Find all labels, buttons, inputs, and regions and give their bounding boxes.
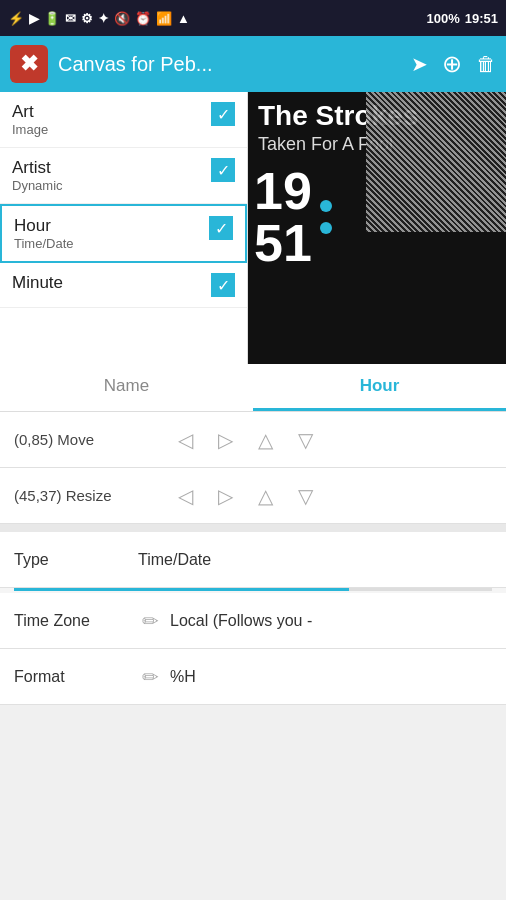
artist-title: Artist	[12, 158, 211, 178]
battery-percent: 100%	[427, 11, 460, 26]
timezone-label: Time Zone	[14, 612, 134, 630]
minute-checkbox[interactable]: ✓	[211, 273, 235, 297]
resize-up-button[interactable]: △	[249, 480, 281, 512]
resize-down-button[interactable]: ▽	[289, 480, 321, 512]
separator	[0, 524, 506, 532]
move-up-button[interactable]: △	[249, 424, 281, 456]
tabs-bar: Name Hour	[0, 364, 506, 412]
checklist-item-minute-text: Minute	[12, 273, 211, 293]
artist-subtitle: Dynamic	[12, 178, 211, 193]
resize-right-button[interactable]: ▷	[209, 480, 241, 512]
checklist-item-hour-text: Hour Time/Date	[14, 216, 209, 251]
wifi-icon: 📶	[156, 11, 172, 26]
add-circle-icon[interactable]: ⊕	[442, 50, 462, 78]
property-timezone-row: Time Zone ✏ Local (Follows you -	[0, 593, 506, 649]
artist-checkbox[interactable]: ✓	[211, 158, 235, 182]
battery-icon: 🔋	[44, 11, 60, 26]
resize-label: (45,37) Resize	[14, 487, 169, 504]
properties-panel: (0,85) Move ◁ ▷ △ ▽ (45,37) Resize ◁ ▷ △…	[0, 412, 506, 705]
move-right-button[interactable]: ▷	[209, 424, 241, 456]
format-value: %H	[166, 668, 492, 686]
checklist-item-artist-text: Artist Dynamic	[12, 158, 211, 193]
checklist-item-artist[interactable]: Artist Dynamic ✓	[0, 148, 247, 204]
tab-name[interactable]: Name	[0, 364, 253, 411]
timezone-value: Local (Follows you -	[166, 612, 492, 630]
status-left-icons: ⚡ ▶ 🔋 ✉ ⚙ ✦ 🔇 ⏰ 📶 ▲	[8, 11, 190, 26]
hour-checkbox[interactable]: ✓	[209, 216, 233, 240]
format-label: Format	[14, 668, 134, 686]
preview-dot-lower	[320, 222, 332, 234]
property-format-row: Format ✏ %H	[0, 649, 506, 705]
hour-title: Hour	[14, 216, 209, 236]
status-bar: ⚡ ▶ 🔋 ✉ ⚙ ✦ 🔇 ⏰ 📶 ▲ 100% 19:51	[0, 0, 506, 36]
checklist-item-art[interactable]: Art Image ✓	[0, 92, 247, 148]
move-left-button[interactable]: ◁	[169, 424, 201, 456]
resize-row: (45,37) Resize ◁ ▷ △ ▽	[0, 468, 506, 524]
checklist-item-hour[interactable]: Hour Time/Date ✓	[0, 204, 247, 263]
minute-title: Minute	[12, 273, 211, 293]
art-subtitle: Image	[12, 122, 211, 137]
type-select-bar	[14, 588, 492, 591]
gmail-icon: ✉	[65, 11, 76, 26]
checklist-item-art-text: Art Image	[12, 102, 211, 137]
album-art	[366, 92, 506, 232]
main-content: Art Image ✓ Artist Dynamic ✓ Hour Time/D…	[0, 92, 506, 364]
hour-subtitle: Time/Date	[14, 236, 209, 251]
art-checkbox[interactable]: ✓	[211, 102, 235, 126]
left-panel: Art Image ✓ Artist Dynamic ✓ Hour Time/D…	[0, 92, 248, 364]
mute-icon: 🔇	[114, 11, 130, 26]
delete-icon[interactable]: 🗑	[476, 53, 496, 76]
art-title: Art	[12, 102, 211, 122]
play-icon: ▶	[29, 11, 39, 26]
property-type-row: Type Time/Date	[0, 532, 506, 588]
status-right: 100% 19:51	[427, 11, 499, 26]
status-time: 19:51	[465, 11, 498, 26]
resize-left-button[interactable]: ◁	[169, 480, 201, 512]
app-bar-actions: ➤ ⊕ 🗑	[411, 50, 496, 78]
timezone-edit-icon[interactable]: ✏	[134, 605, 166, 637]
preview-minute: 51	[254, 217, 312, 269]
preview-dot-upper	[320, 200, 332, 212]
alarm-icon: ⏰	[135, 11, 151, 26]
fingerprint-icon: ⚙	[81, 11, 93, 26]
tab-hour[interactable]: Hour	[253, 364, 506, 411]
checklist-item-minute[interactable]: Minute ✓	[0, 263, 247, 308]
move-arrows: ◁ ▷ △ ▽	[169, 424, 321, 456]
preview-dots	[320, 200, 332, 234]
type-value: Time/Date	[134, 551, 492, 569]
move-label: (0,85) Move	[14, 431, 169, 448]
send-icon[interactable]: ➤	[411, 52, 428, 76]
type-label: Type	[14, 551, 134, 569]
bluetooth-icon: ✦	[98, 11, 109, 26]
resize-arrows: ◁ ▷ △ ▽	[169, 480, 321, 512]
move-row: (0,85) Move ◁ ▷ △ ▽	[0, 412, 506, 468]
format-edit-icon[interactable]: ✏	[134, 661, 166, 693]
preview-panel: The Strokes Taken For A Fool 19 51	[248, 92, 506, 364]
app-icon: ✖	[10, 45, 48, 83]
usb-icon: ⚡	[8, 11, 24, 26]
move-down-button[interactable]: ▽	[289, 424, 321, 456]
preview-hour: 19	[254, 165, 312, 217]
signal-icon: ▲	[177, 11, 190, 26]
preview-time-display: 19 51	[254, 165, 316, 269]
app-title: Canvas for Peb...	[58, 53, 401, 76]
app-bar: ✖ Canvas for Peb... ➤ ⊕ 🗑	[0, 36, 506, 92]
